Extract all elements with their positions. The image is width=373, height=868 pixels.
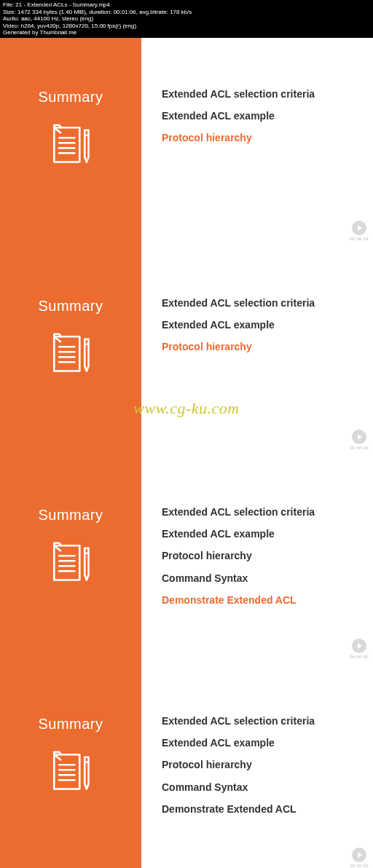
content-line: Extended ACL example — [162, 109, 358, 122]
notepad-pen-icon — [45, 119, 96, 170]
notepad-pen-icon — [45, 746, 96, 797]
slide-title: Summary — [38, 89, 103, 106]
content-line: Extended ACL example — [162, 318, 358, 331]
timestamp-text: 00:00:52 — [350, 864, 369, 868]
play-icon — [352, 639, 366, 653]
slide-content: Extended ACL selection criteriaExtended … — [141, 665, 373, 868]
content-line: Extended ACL selection criteria — [162, 296, 358, 309]
content-line: Protocol hierarchy — [162, 340, 358, 353]
meta-size: Size: 1472 334 bytes (1.40 MiB), duratio… — [3, 9, 370, 16]
content-line: Extended ACL selection criteria — [162, 87, 358, 100]
content-line: Extended ACL selection criteria — [162, 714, 358, 727]
timestamp-badge[interactable]: 00:00:40 — [350, 639, 369, 659]
play-icon — [352, 221, 366, 235]
content-line: Extended ACL example — [162, 527, 358, 540]
notepad-icon-wrap — [45, 746, 96, 797]
slide-sidebar: Summary — [0, 456, 141, 665]
meta-audio: Audio: aac, 44100 Hz, stereo (eng) — [3, 15, 370, 23]
play-triangle-icon — [358, 434, 362, 440]
notepad-pen-icon — [45, 328, 96, 379]
content-line: Protocol hierarchy — [162, 549, 358, 562]
video-frame: Summary Extended ACL selection criteriaE… — [0, 665, 373, 868]
timestamp-text: 00:00:26 — [350, 446, 369, 450]
slide-content: Extended ACL selection criteriaExtended … — [141, 38, 373, 247]
content-line: Demonstrate Extended ACL — [162, 593, 358, 607]
notepad-pen-icon — [45, 537, 96, 588]
play-triangle-icon — [358, 225, 362, 231]
meta-file: File: 21 - Extended ACLs - Summary.mp4 — [3, 1, 370, 9]
video-frame: Summary Extended ACL selection criteriaE… — [0, 456, 373, 665]
slide-title: Summary — [38, 298, 103, 315]
content-line: Command Syntax — [162, 572, 358, 585]
slide-sidebar: Summary — [0, 247, 141, 456]
meta-video: Video: h264, yuv420p, 1280x720, 15.00 fp… — [3, 23, 370, 30]
content-line: Demonstrate Extended ACL — [162, 802, 358, 816]
metadata-header: File: 21 - Extended ACLs - Summary.mp4 S… — [0, 0, 373, 38]
timestamp-text: 00:00:14 — [350, 237, 369, 241]
play-triangle-icon — [358, 852, 362, 858]
timestamp-badge[interactable]: 00:00:52 — [350, 848, 369, 868]
slide-sidebar: Summary — [0, 665, 141, 868]
meta-generated: Generated by Thumbnail me — [3, 29, 370, 36]
play-triangle-icon — [358, 643, 362, 649]
notepad-icon-wrap — [45, 328, 96, 379]
video-frame: Summary Extended ACL selection criteriaE… — [0, 247, 373, 456]
content-line: Protocol hierarchy — [162, 758, 358, 771]
content-line: Command Syntax — [162, 781, 358, 794]
content-line: Extended ACL example — [162, 736, 358, 749]
timestamp-badge[interactable]: 00:00:26 — [350, 430, 369, 450]
timestamp-badge[interactable]: 00:00:14 — [350, 221, 369, 241]
content-line: Extended ACL selection criteria — [162, 505, 358, 518]
content-line: Protocol hierarchy — [162, 131, 358, 144]
frames-grid: Summary Extended ACL selection criteriaE… — [0, 38, 373, 868]
slide-content: Extended ACL selection criteriaExtended … — [141, 247, 373, 456]
slide-sidebar: Summary — [0, 38, 141, 247]
slide-content: Extended ACL selection criteriaExtended … — [141, 456, 373, 665]
slide-title: Summary — [38, 716, 103, 733]
video-frame: Summary Extended ACL selection criteriaE… — [0, 38, 373, 247]
play-icon — [352, 848, 366, 862]
thumbnail-sheet: File: 21 - Extended ACLs - Summary.mp4 S… — [0, 0, 373, 868]
timestamp-text: 00:00:40 — [350, 655, 369, 659]
notepad-icon-wrap — [45, 119, 96, 170]
slide-title: Summary — [38, 507, 103, 524]
notepad-icon-wrap — [45, 537, 96, 588]
play-icon — [352, 430, 366, 444]
